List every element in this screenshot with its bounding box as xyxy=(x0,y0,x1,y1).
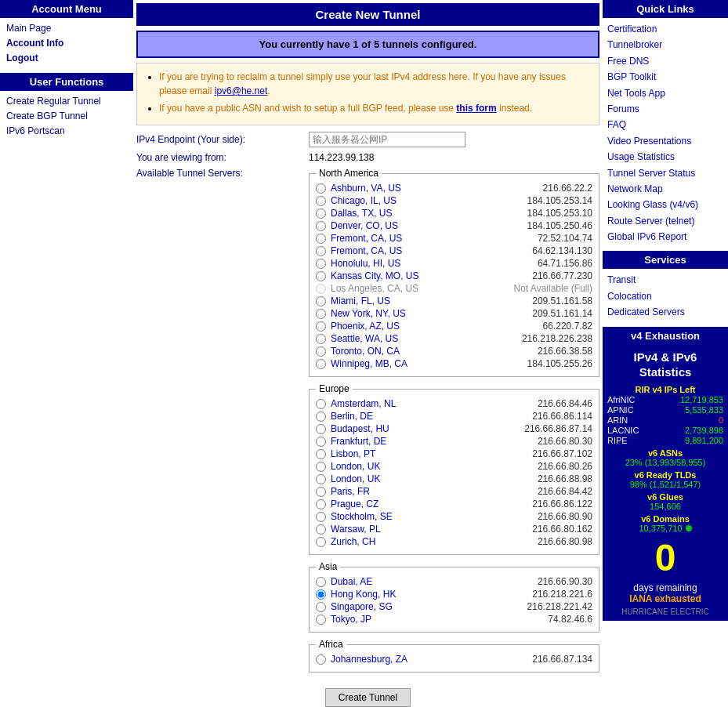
ql-freedns[interactable]: Free DNS xyxy=(607,53,723,69)
ipv6-portscan-link[interactable]: IPv6 Portscan xyxy=(6,124,127,139)
server-link-johannesburg[interactable]: Johannesburg, ZA xyxy=(331,654,407,665)
server-radio-lisbon[interactable] xyxy=(316,449,326,459)
server-link-toronto[interactable]: Toronto, ON, CA xyxy=(331,346,400,357)
server-radio-paris[interactable] xyxy=(316,487,326,497)
server-link-singapore[interactable]: Singapore, SG xyxy=(331,601,393,612)
ql-tunnelbroker[interactable]: Tunnelbroker xyxy=(607,37,723,53)
server-row: Los Angeles, CA, US Not Available (Full) xyxy=(316,282,592,295)
server-row: Johannesburg, ZA 216.66.87.134 xyxy=(316,653,592,665)
server-radio-stockholm[interactable] xyxy=(316,512,326,522)
server-ip-ashburn: 216.66.22.2 xyxy=(491,183,592,194)
server-radio-dallas[interactable] xyxy=(316,208,326,219)
server-link-warsaw[interactable]: Warsaw, PL xyxy=(331,524,381,535)
region-europe: Europe Amsterdam, NL 216.66.84.46 Berlin… xyxy=(309,383,599,555)
server-link-honolulu[interactable]: Honolulu, HI, US xyxy=(331,258,400,269)
server-row: New York, NY, US 209.51.161.14 xyxy=(316,307,592,320)
ql-forums[interactable]: Forums xyxy=(607,101,723,117)
ql-tunnel-server-status[interactable]: Tunnel Server Status xyxy=(607,165,723,181)
server-link-london1[interactable]: London, UK xyxy=(331,461,380,472)
server-radio-winnipeg[interactable] xyxy=(316,359,326,369)
server-link-fremont1[interactable]: Fremont, CA, US xyxy=(331,233,402,244)
server-link-berlin[interactable]: Berlin, DE xyxy=(331,411,373,422)
server-link-kansascity[interactable]: Kansas City, MO, US xyxy=(331,270,418,281)
server-radio-toronto[interactable] xyxy=(316,346,326,357)
server-link-newyork[interactable]: New York, NY, US xyxy=(331,308,406,319)
ql-faq[interactable]: FAQ xyxy=(607,117,723,132)
ql-global-ipv6-report[interactable]: Global IPv6 Report xyxy=(607,229,723,245)
ql-bgp-toolkit[interactable]: BGP Toolkit xyxy=(607,69,723,85)
email-link[interactable]: ipv6@he.net xyxy=(215,85,268,96)
server-radio-seattle[interactable] xyxy=(316,334,326,344)
v6-glues-value: 154,606 xyxy=(607,502,723,511)
server-link-dallas[interactable]: Dallas, TX, US xyxy=(331,208,392,219)
server-radio-amsterdam[interactable] xyxy=(316,399,326,409)
server-radio-singapore[interactable] xyxy=(316,602,326,612)
server-link-phoenix[interactable]: Phoenix, AZ, US xyxy=(331,321,400,332)
server-link-budapest[interactable]: Budapest, HU xyxy=(331,423,389,434)
ql-network-map[interactable]: Network Map xyxy=(607,181,723,197)
server-radio-warsaw[interactable] xyxy=(316,524,326,535)
server-link-lisbon[interactable]: Lisbon, PT xyxy=(331,448,375,459)
server-radio-honolulu[interactable] xyxy=(316,259,326,269)
server-link-frankfurt[interactable]: Frankfurt, DE xyxy=(331,436,386,447)
ql-route-server[interactable]: Route Server (telnet) xyxy=(607,213,723,229)
server-radio-hongkong[interactable] xyxy=(316,589,326,600)
account-info-link[interactable]: Account Info xyxy=(6,36,127,51)
server-radio-london1[interactable] xyxy=(316,462,326,472)
server-link-chicago[interactable]: Chicago, IL, US xyxy=(331,195,397,206)
server-radio-denver[interactable] xyxy=(316,221,326,231)
ql-net-tools-app[interactable]: Net Tools App xyxy=(607,85,723,101)
server-link-seattle[interactable]: Seattle, WA, US xyxy=(331,333,398,344)
server-radio-london2[interactable] xyxy=(316,474,326,484)
server-link-winnipeg[interactable]: Winnipeg, MB, CA xyxy=(331,358,407,369)
server-link-paris[interactable]: Paris, FR xyxy=(331,486,370,497)
ql-looking-glass[interactable]: Looking Glass (v4/v6) xyxy=(607,197,723,212)
server-radio-berlin[interactable] xyxy=(316,412,326,422)
main-page-link[interactable]: Main Page xyxy=(6,21,127,36)
create-bgp-tunnel-link[interactable]: Create BGP Tunnel xyxy=(6,109,127,124)
server-link-stockholm[interactable]: Stockholm, SE xyxy=(331,511,393,522)
server-radio-fremont2[interactable] xyxy=(316,246,326,256)
server-link-fremont2[interactable]: Fremont, CA, US xyxy=(331,245,402,256)
server-ip-seattle: 216.218.226.238 xyxy=(491,333,592,344)
create-tunnel-button[interactable]: Create Tunnel xyxy=(325,688,411,707)
svc-dedicated-servers[interactable]: Dedicated Servers xyxy=(607,304,723,320)
server-link-amsterdam[interactable]: Amsterdam, NL xyxy=(331,398,396,409)
server-radio-losangeles[interactable] xyxy=(316,284,326,294)
ql-video-presentations[interactable]: Video Presentations xyxy=(607,133,723,149)
ql-certification[interactable]: Certification xyxy=(607,21,723,37)
server-radio-phoenix[interactable] xyxy=(316,321,326,332)
server-radio-johannesburg[interactable] xyxy=(316,654,326,665)
server-radio-kansascity[interactable] xyxy=(316,271,326,281)
server-radio-miami[interactable] xyxy=(316,296,326,306)
server-radio-dubai[interactable] xyxy=(316,577,326,587)
bgp-form-link[interactable]: this form xyxy=(456,103,496,114)
server-radio-frankfurt[interactable] xyxy=(316,437,326,447)
server-radio-zurich[interactable] xyxy=(316,537,326,547)
server-radio-newyork[interactable] xyxy=(316,309,326,319)
server-link-tokyo[interactable]: Tokyo, JP xyxy=(331,614,371,625)
server-link-prague[interactable]: Prague, CZ xyxy=(331,499,378,509)
server-link-dubai[interactable]: Dubai, AE xyxy=(331,576,372,587)
server-link-denver[interactable]: Denver, CO, US xyxy=(331,220,398,231)
server-radio-fremont1[interactable] xyxy=(316,234,326,244)
server-link-london2[interactable]: London, UK xyxy=(331,473,380,484)
server-link-miami[interactable]: Miami, FL, US xyxy=(331,295,390,306)
create-regular-tunnel-link[interactable]: Create Regular Tunnel xyxy=(6,94,127,109)
server-radio-tokyo[interactable] xyxy=(316,615,326,625)
server-radio-prague[interactable] xyxy=(316,499,326,509)
server-radio-budapest[interactable] xyxy=(316,424,326,434)
server-link-zurich[interactable]: Zurich, CH xyxy=(331,536,375,547)
server-radio-chicago[interactable] xyxy=(316,196,326,206)
server-radio-ashburn[interactable] xyxy=(316,183,326,194)
ipv4-input[interactable] xyxy=(309,132,465,147)
ql-usage-statistics[interactable]: Usage Statistics xyxy=(607,149,723,165)
server-link-hongkong[interactable]: Hong Kong, HK xyxy=(331,589,396,600)
server-link-ashburn[interactable]: Ashburn, VA, US xyxy=(331,183,401,194)
server-row: Lisbon, PT 216.66.87.102 xyxy=(316,448,592,460)
quick-links-section: Quick Links Certification Tunnelbroker F… xyxy=(603,0,728,248)
svc-colocation[interactable]: Colocation xyxy=(607,288,723,304)
logout-link[interactable]: Logout xyxy=(6,51,127,66)
server-row: Dallas, TX, US 184.105.253.10 xyxy=(316,207,592,219)
svc-transit[interactable]: Transit xyxy=(607,272,723,288)
